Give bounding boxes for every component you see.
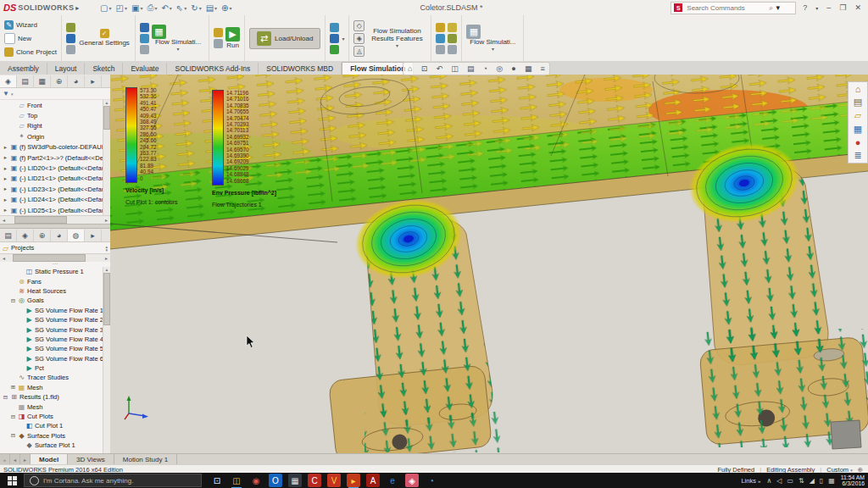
sim-item-results[interactable]: ⊟ ⊞ Results (1.fld) — [0, 392, 110, 402]
dropdown-caret[interactable]: ▾ — [108, 5, 111, 11]
file-explorer-pane-icon[interactable]: ▱ — [854, 110, 861, 121]
file-properties-icon[interactable]: ▤▾ — [206, 3, 217, 13]
start-button[interactable] — [0, 473, 24, 488]
particle-study-tool-icon[interactable] — [436, 34, 445, 43]
expand-box-icon[interactable]: ⊟ — [10, 297, 16, 304]
task-view-icon[interactable]: ⊡ — [210, 474, 224, 487]
configurationmanager-tab-2[interactable]: ◈ — [17, 230, 34, 241]
rebuild-icon[interactable]: ↻▾ — [191, 3, 201, 13]
sim-item-cut-plot-1[interactable]: ◧ Cut Plot 1 — [0, 421, 110, 430]
taskbar-clock[interactable]: 11:54 AM 6/3/2016 — [841, 474, 865, 487]
solve-settings-icon[interactable] — [214, 28, 223, 37]
sim-item-goal[interactable]: ▶ SG Volume Flow Rate 5 — [0, 344, 110, 353]
expand-arrow-icon[interactable]: ▸ — [3, 165, 8, 172]
clone-project-button[interactable]: Clone Project — [4, 46, 57, 58]
chrome-icon[interactable]: ◉ — [249, 474, 263, 487]
tree-item-component[interactable]: ▸ ▣ (-) LID24<1> (Default<<Default> — [0, 195, 110, 205]
previous-view-icon[interactable]: ↶ — [436, 64, 442, 73]
tree-item-front-plane[interactable]: ▱ Front — [0, 100, 110, 110]
dropdown-caret[interactable]: ▾ — [170, 5, 172, 11]
featuremanager-tab[interactable]: ◈ — [0, 75, 17, 87]
feature-tree-horizontal-scrollbar[interactable]: ◂▸ — [0, 215, 110, 224]
tree-item-component[interactable]: ▸ ▣ (-) LID25<1> (Default<<Default> — [0, 205, 110, 215]
apply-scene-icon[interactable]: ▦ — [525, 64, 532, 73]
outlook-icon[interactable]: O — [269, 474, 282, 487]
sim-item-surface-plot-1[interactable]: ◆ Surface Plot 1 — [0, 441, 110, 450]
edrawings-icon[interactable]: ▸ — [347, 474, 360, 487]
section-view-icon[interactable]: ◫ — [451, 64, 459, 73]
propertymanager-tab[interactable]: ▤ — [17, 75, 34, 87]
flow-simulation-features-button[interactable]: ▦Flow Simulati...▾ — [152, 25, 204, 53]
save-icon[interactable]: ▣▾ — [131, 3, 142, 13]
sim-item-cut-plots[interactable]: ⊟ ◨ Cut Plots — [0, 412, 110, 421]
sim-item-goal[interactable]: ▶ SG Volume Flow Rate 4 — [0, 335, 110, 344]
goal-plot-tool-icon[interactable] — [448, 34, 457, 43]
sim-item-heat-sources[interactable]: ≋ Heat Sources — [0, 286, 110, 296]
links-toolbar[interactable]: Links » — [741, 477, 760, 485]
expand-box-icon[interactable]: ⊟ — [10, 432, 16, 439]
search-input[interactable] — [685, 3, 766, 13]
legend-velocity[interactable]: 573.30532.36491.41450.47409.43368.49327.… — [125, 87, 206, 205]
solidworks-resources-icon[interactable]: ⌂ — [855, 84, 861, 94]
dropdown-caret[interactable]: ▾ — [199, 5, 202, 11]
new-file-icon[interactable]: ▢▾ — [100, 3, 111, 13]
xy-plot-tool-icon[interactable] — [448, 23, 457, 32]
search-icon[interactable]: ⌕ — [769, 3, 773, 13]
photos-app-icon[interactable]: ◈ — [405, 474, 419, 487]
fluid-icon[interactable] — [66, 34, 75, 43]
tree-item-top-plane[interactable]: ▱ Top — [0, 110, 110, 120]
tab-evaluate[interactable]: Evaluate — [123, 63, 167, 75]
tab-strip-overflow[interactable]: ▸ — [85, 75, 102, 87]
expand-box-icon[interactable]: ⊟ — [10, 413, 16, 420]
sim-item-fans[interactable]: ⊛ Fans — [0, 276, 110, 286]
configurationmanager-tab[interactable]: ▦ — [34, 75, 51, 87]
displaymanager-tab[interactable]: ◕ — [68, 75, 85, 87]
results-caret-icon[interactable]: ▾ — [342, 36, 344, 42]
search-caret-icon[interactable]: ▾ — [776, 3, 780, 12]
display-style-icon[interactable]: ◔ — [483, 64, 487, 73]
updates-tray-icon[interactable]: ⇅ — [798, 477, 804, 485]
calculator-icon[interactable]: ▦ — [288, 474, 302, 487]
expand-arrow-icon[interactable]: ▸ — [3, 197, 8, 203]
results-summary-icon[interactable] — [330, 34, 339, 43]
sim-item-surface-plots[interactable]: ⊟ ◆ Surface Plots — [0, 431, 110, 441]
displaymanager-tab-2[interactable]: ◕ — [51, 230, 68, 241]
featuremanager-tab-2[interactable]: ▤ — [0, 230, 17, 241]
dropdown-caret[interactable]: ▾ — [214, 5, 217, 11]
undo-icon[interactable]: ↶▾ — [161, 3, 171, 13]
feature-tree-vertical-scrollbar[interactable]: ▴ — [103, 100, 110, 215]
internet-explorer-icon[interactable]: e — [386, 474, 399, 487]
tab-strip-overflow-2[interactable]: ▸ — [85, 230, 102, 241]
select-icon[interactable]: ⇖▾ — [176, 3, 186, 13]
network-icon[interactable]: ◢ — [810, 477, 815, 485]
solidworks-visualize-icon[interactable]: V — [327, 474, 341, 487]
report-tool-icon[interactable] — [448, 45, 457, 54]
sim-item-results-mesh[interactable]: ▦ Mesh — [0, 402, 110, 411]
zoom-area-icon[interactable]: ⊡ — [421, 64, 428, 73]
sim-item-goal[interactable]: ▶ SG Volume Flow Rate 3 — [0, 324, 110, 334]
tree-item-right-plane[interactable]: ▱ Right — [0, 121, 110, 131]
restore-button[interactable]: ❐ — [839, 3, 846, 12]
dropdown-caret[interactable]: ▾ — [140, 5, 142, 11]
custom-properties-icon[interactable]: ≣ — [854, 150, 861, 161]
expand-arrow-icon[interactable]: ▸ — [3, 175, 8, 182]
tab-sketch[interactable]: Sketch — [85, 63, 123, 75]
tab-layout[interactable]: Layout — [47, 63, 86, 75]
tree-item-component[interactable]: ▸ ▣ (f) SW3dPub-coletor-DEFAULT-2 — [0, 142, 110, 152]
load-unload-button[interactable]: ⇄ Load/Unload — [249, 28, 320, 49]
results-load-icon[interactable] — [330, 23, 339, 32]
design-library-icon[interactable]: ▤ — [854, 97, 862, 108]
open-file-icon[interactable]: ◰▾ — [115, 3, 126, 13]
action-center-icon[interactable]: ▯ — [820, 477, 823, 485]
boundary-condition-icon[interactable] — [140, 34, 149, 43]
view-settings-icon[interactable]: ≡ — [541, 64, 545, 73]
expand-arrow-icon[interactable]: ▸ — [3, 207, 8, 214]
sim-item-goal[interactable]: ▶ SG Volume Flow Rate 1 — [0, 306, 110, 315]
results-plot-icon[interactable] — [330, 45, 339, 54]
keyboard-icon[interactable]: ▦ — [828, 477, 835, 485]
expand-arrow-icon[interactable]: ▸ — [3, 144, 8, 151]
tree-item-component[interactable]: ▸ ▣ (f) Part2<1>->? (Default<<Defau — [0, 152, 110, 163]
dropdown-caret[interactable]: ▾ — [125, 5, 127, 11]
volume-icon[interactable]: ◁ — [776, 477, 782, 485]
zoom-fit-icon[interactable]: ⌂ — [408, 64, 412, 73]
